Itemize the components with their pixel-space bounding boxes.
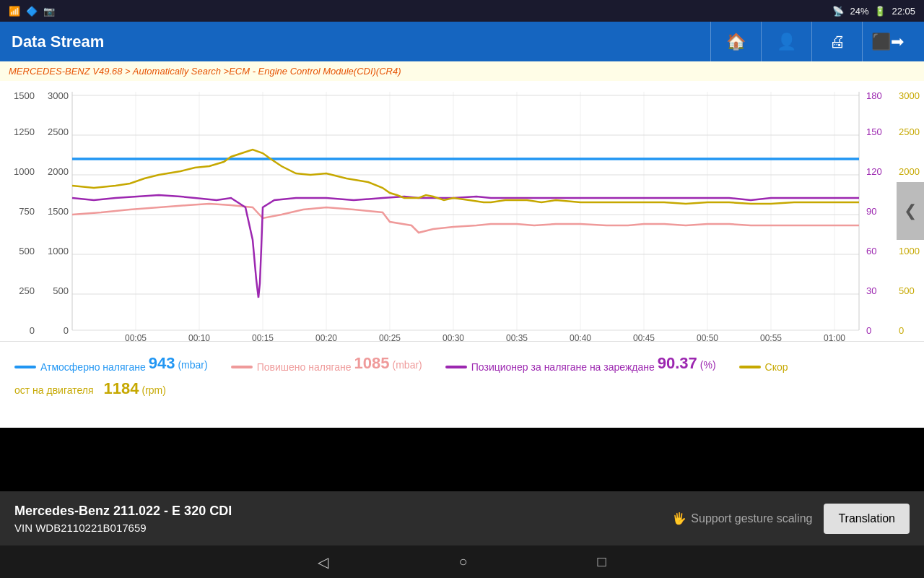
svg-text:90: 90 <box>866 206 876 217</box>
android-nav-bar: ◁ ○ □ <box>0 545 924 578</box>
translation-button[interactable]: Translation <box>824 504 910 534</box>
vehicle-info: Mercedes-Benz 211.022 - E 320 CDI VIN WD… <box>14 504 232 534</box>
svg-text:0: 0 <box>899 325 904 336</box>
speed-label-part1: Скор <box>765 359 788 375</box>
svg-text:00:40: 00:40 <box>570 333 591 341</box>
atmospheric-label: Атмосферно налягане <box>40 359 146 375</box>
legend-area: Атмосферно налягане 943 (mbar) Повишено … <box>0 341 924 428</box>
svg-text:00:10: 00:10 <box>188 333 210 341</box>
svg-text:1500: 1500 <box>14 90 35 101</box>
bottom-right-controls: 🖐 Support gesture scaling Translation <box>672 504 910 534</box>
atmospheric-line <box>14 366 36 368</box>
data-chart: 0 250 500 750 1000 1250 1500 0 500 1000 … <box>0 81 924 341</box>
profile-button[interactable]: 👤 <box>761 22 811 61</box>
legend-positioner: Позиционер за налягане на зареждане <box>445 359 655 375</box>
svg-text:0: 0 <box>866 325 871 336</box>
app-header: Data Stream 🏠 👤 🖨 ⬛➡ <box>0 22 924 61</box>
svg-text:1000: 1000 <box>14 166 35 177</box>
battery-icon: 🔋 <box>874 6 886 17</box>
svg-text:00:55: 00:55 <box>760 333 782 341</box>
bottom-bar: Mercedes-Benz 211.022 - E 320 CDI VIN WD… <box>0 491 924 545</box>
back-button[interactable]: ◁ <box>318 553 328 571</box>
svg-text:2000: 2000 <box>48 166 69 177</box>
speed-value: 1184 <box>104 376 139 401</box>
svg-text:500: 500 <box>899 285 915 296</box>
chart-area: 0 250 500 750 1000 1250 1500 0 500 1000 … <box>0 81 924 341</box>
battery-level: 24% <box>850 6 868 17</box>
legend-row-2: ост на двигателя 1184 (rpm) <box>14 376 910 401</box>
gesture-icon: 🖐 <box>672 512 687 525</box>
legend-atmospheric: Атмосферно налягане <box>14 359 146 375</box>
svg-text:750: 750 <box>19 206 35 217</box>
svg-text:00:45: 00:45 <box>633 333 655 341</box>
svg-text:3000: 3000 <box>48 90 69 101</box>
svg-text:2000: 2000 <box>899 166 920 177</box>
svg-text:180: 180 <box>866 90 882 101</box>
svg-text:1000: 1000 <box>48 246 69 256</box>
svg-text:00:35: 00:35 <box>506 333 528 341</box>
svg-text:00:20: 00:20 <box>315 333 337 341</box>
svg-text:00:25: 00:25 <box>379 333 401 341</box>
scroll-right-arrow[interactable]: ❮ <box>897 182 924 240</box>
svg-text:2500: 2500 <box>48 126 69 137</box>
vehicle-name: Mercedes-Benz 211.022 - E 320 CDI <box>14 504 232 519</box>
boost-line <box>231 366 253 368</box>
clock: 22:05 <box>892 6 915 17</box>
vehicle-vin: VIN WDB2110221B017659 <box>14 522 232 534</box>
app-title: Data Stream <box>12 33 104 51</box>
status-right-info: 📡 24% 🔋 22:05 <box>832 6 915 17</box>
bt-icon: 🔷 <box>26 6 38 17</box>
breadcrumb: MERCEDES-BENZ V49.68 > Automatically Sea… <box>0 61 924 81</box>
svg-text:0: 0 <box>64 325 69 336</box>
svg-text:500: 500 <box>53 285 69 296</box>
status-bar: 📶 🔷 📷 📡 24% 🔋 22:05 <box>0 0 924 22</box>
svg-text:60: 60 <box>866 246 876 256</box>
exit-button[interactable]: ⬛➡ <box>862 22 912 61</box>
svg-text:3000: 3000 <box>899 90 920 101</box>
gesture-scaling-text: 🖐 Support gesture scaling <box>672 512 812 525</box>
svg-text:150: 150 <box>866 126 882 137</box>
boost-label: Повишено налягане <box>257 359 352 375</box>
speed-unit: (rpm) <box>141 382 165 398</box>
atmospheric-value: 943 <box>149 350 175 376</box>
legend-speed: Скор <box>739 359 788 375</box>
svg-text:00:50: 00:50 <box>697 333 718 341</box>
positioner-label: Позиционер за налягане на зареждане <box>471 359 655 375</box>
speed-line <box>739 366 761 368</box>
svg-text:2500: 2500 <box>899 126 920 137</box>
print-button[interactable]: 🖨 <box>811 22 862 61</box>
svg-text:1500: 1500 <box>48 206 69 217</box>
svg-text:1000: 1000 <box>899 246 920 256</box>
home-nav-button[interactable]: ○ <box>458 553 467 570</box>
legend-boost: Повишено налягане <box>231 359 352 375</box>
svg-text:30: 30 <box>866 285 876 296</box>
positioner-line <box>445 366 467 368</box>
svg-text:250: 250 <box>19 285 35 296</box>
camera-icon: 📷 <box>43 6 55 17</box>
svg-text:0: 0 <box>30 325 35 336</box>
svg-text:00:05: 00:05 <box>125 333 147 341</box>
svg-text:01:00: 01:00 <box>824 333 845 341</box>
recents-button[interactable]: □ <box>598 553 606 570</box>
svg-text:00:30: 00:30 <box>443 333 464 341</box>
header-icons: 🏠 👤 🖨 ⬛➡ <box>710 22 912 61</box>
status-left-icons: 📶 🔷 📷 <box>9 6 55 17</box>
svg-text:1250: 1250 <box>14 126 35 137</box>
boost-unit: (mbar) <box>393 357 422 373</box>
home-button[interactable]: 🏠 <box>710 22 761 61</box>
svg-text:500: 500 <box>19 246 35 256</box>
positioner-unit: (%) <box>700 357 716 373</box>
svg-text:00:15: 00:15 <box>252 333 274 341</box>
boost-value: 1085 <box>354 350 390 376</box>
svg-rect-0 <box>0 81 924 341</box>
positioner-value: 90.37 <box>658 350 697 376</box>
svg-text:120: 120 <box>866 166 882 177</box>
atmospheric-unit: (mbar) <box>178 357 207 373</box>
speed-label-part2: ост на двигателя <box>14 382 94 398</box>
legend-row-1: Атмосферно налягане 943 (mbar) Повишено … <box>14 350 910 376</box>
wifi-icon: 📶 <box>9 6 20 17</box>
signal-icon: 📡 <box>832 6 844 17</box>
